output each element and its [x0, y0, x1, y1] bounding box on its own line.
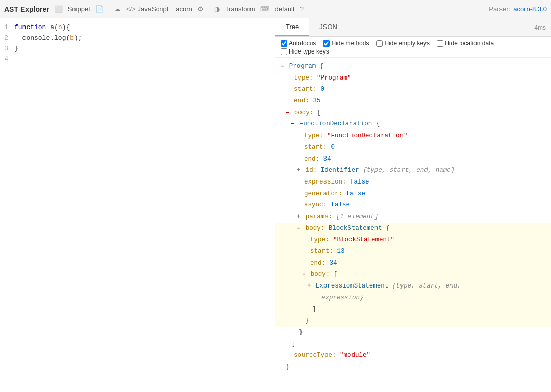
- hide-location-label: Hide location data: [445, 40, 494, 47]
- hide-methods-option[interactable]: Hide methods: [323, 40, 369, 47]
- code-line-4: 4: [0, 54, 275, 65]
- cloud-icon: ☁: [114, 5, 121, 13]
- expand-params[interactable]: +: [297, 212, 300, 222]
- tree-node-generator: generator: false: [276, 188, 551, 200]
- tree-node-block-start: start: 13: [276, 246, 551, 257]
- toggle-icon: ◑: [214, 5, 220, 13]
- tree-node-funcdecl-start: start: 0: [276, 142, 551, 153]
- options-row-2: Hide type keys: [281, 48, 546, 55]
- tree-node-program-end: end: 35: [276, 95, 551, 107]
- timing-display: 4ms: [534, 18, 551, 36]
- collapse-program[interactable]: –: [281, 62, 284, 72]
- settings-icon[interactable]: ⚙: [197, 5, 204, 13]
- app-logo: AST Explorer: [4, 5, 49, 13]
- tree-node-body-block: – body: BlockStatement {: [276, 223, 551, 234]
- hide-location-option[interactable]: Hide location data: [437, 40, 494, 47]
- hide-type-checkbox[interactable]: [281, 48, 287, 55]
- tree-node-block-close: }: [276, 315, 551, 327]
- hide-methods-label: Hide methods: [331, 40, 369, 47]
- tree-node-async: async: false: [276, 199, 551, 211]
- main-area: 1 function a(b){ 2 console.log(b); 3 } 4…: [0, 18, 551, 392]
- parser-prefix: Parser:: [489, 5, 510, 13]
- language-label: JavaScript: [138, 5, 169, 13]
- tree-node-exprstmt-cont: expression}: [276, 292, 551, 304]
- language-button[interactable]: </> JavaScript: [124, 4, 171, 14]
- tree-node-funcdecl: – FunctionDeclaration {: [276, 118, 551, 130]
- code-line-3: 3 }: [0, 44, 275, 55]
- code-icon: </>: [126, 5, 136, 13]
- hide-type-option[interactable]: Hide type keys: [281, 48, 329, 55]
- tab-json[interactable]: JSON: [309, 18, 347, 36]
- tree-node-body-array: – body: [: [276, 107, 551, 119]
- tree-node-program: – Program {: [276, 61, 551, 72]
- tree-node-program-close: }: [276, 361, 551, 373]
- code-line-1: 1 function a(b){: [0, 22, 275, 33]
- line-number: 3: [0, 44, 14, 55]
- tree-panel: Tree JSON 4ms Autofocus Hide methods Hid…: [276, 18, 551, 392]
- code-editor[interactable]: 1 function a(b){ 2 console.log(b); 3 } 4: [0, 18, 276, 392]
- parser-version-link[interactable]: acorn-8.3.0: [513, 5, 547, 13]
- snippet-icon: ⬜: [55, 5, 63, 13]
- line-number: 2: [0, 33, 14, 44]
- tree-node-block-body: – body: [: [276, 269, 551, 280]
- code-line-2: 2 console.log(b);: [0, 33, 275, 44]
- tab-tree[interactable]: Tree: [276, 18, 309, 36]
- hide-location-checkbox[interactable]: [437, 40, 443, 47]
- program-type: Program: [285, 61, 320, 72]
- tree-tabs: Tree JSON 4ms: [276, 18, 551, 37]
- tree-node-sourcetype: sourceType: "module": [276, 350, 551, 361]
- tree-node-expression: expression: false: [276, 176, 551, 188]
- tree-node-params: + params: [1 element]: [276, 211, 551, 223]
- line-number: 4: [0, 54, 14, 65]
- collapse-body[interactable]: –: [286, 108, 289, 118]
- collapse-block-body[interactable]: –: [302, 270, 306, 280]
- parser-button[interactable]: acorn: [173, 4, 194, 14]
- tree-node-id: + id: Identifier {type, start, end, name…: [276, 165, 551, 176]
- tree-node-program-start: start: 0: [276, 84, 551, 95]
- keyboard-icon: ⌨: [260, 5, 270, 13]
- collapse-funcdecl[interactable]: –: [291, 119, 294, 129]
- expand-exprstmt[interactable]: +: [307, 281, 311, 292]
- tree-node-block-body-close: ]: [276, 304, 551, 316]
- tree-node-block-type: type: "BlockStatement": [276, 234, 551, 246]
- hide-empty-keys-checkbox[interactable]: [376, 40, 383, 47]
- hide-methods-checkbox[interactable]: [323, 40, 330, 47]
- hide-empty-keys-option[interactable]: Hide empty keys: [376, 40, 430, 47]
- help-button[interactable]: ?: [300, 5, 304, 13]
- file-icon: 📄: [95, 5, 104, 13]
- ast-tree-view[interactable]: – Program { type: "Program" start: 0 end…: [276, 58, 551, 392]
- expand-id[interactable]: +: [297, 166, 300, 176]
- parser-label: acorn: [176, 5, 192, 13]
- autofocus-checkbox[interactable]: [281, 40, 287, 47]
- collapse-blockstatement[interactable]: –: [297, 224, 300, 234]
- tree-node-program-type: type: "Program": [276, 72, 551, 84]
- divider-2: [209, 4, 209, 14]
- toolbar: AST Explorer ⬜ Snippet 📄 ☁ </> JavaScrip…: [0, 0, 551, 18]
- divider-1: [109, 4, 109, 14]
- transform-button[interactable]: Transform: [223, 4, 257, 14]
- options-bar: Autofocus Hide methods Hide empty keys H…: [276, 37, 551, 58]
- hide-type-label: Hide type keys: [289, 48, 329, 55]
- autofocus-option[interactable]: Autofocus: [281, 40, 316, 47]
- snippet-button[interactable]: Snippet: [66, 4, 92, 14]
- tree-node-funcdecl-close: }: [276, 327, 551, 338]
- tree-node-exprstmt: + ExpressionStatement {type, start, end,: [276, 280, 551, 292]
- line-number: 1: [0, 22, 14, 33]
- tree-node-block-end: end: 34: [276, 257, 551, 269]
- tree-node-funcdecl-type: type: "FunctionDeclaration": [276, 130, 551, 142]
- tree-node-funcdecl-end: end: 34: [276, 153, 551, 165]
- autofocus-label: Autofocus: [289, 40, 316, 47]
- tree-node-body-close: ]: [276, 338, 551, 350]
- default-option[interactable]: default: [273, 4, 297, 14]
- hide-empty-keys-label: Hide empty keys: [384, 40, 430, 47]
- options-row-1: Autofocus Hide methods Hide empty keys H…: [281, 40, 546, 47]
